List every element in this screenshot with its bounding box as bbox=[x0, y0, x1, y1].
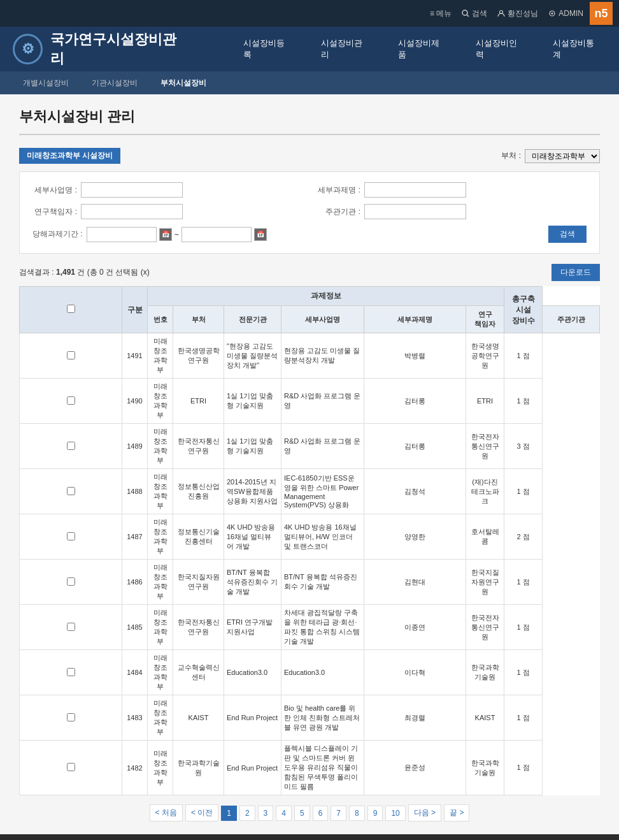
row-count: 1 점 bbox=[504, 333, 543, 379]
row-researcher: 양영한 bbox=[364, 514, 466, 560]
page-9[interactable]: 9 bbox=[367, 806, 383, 821]
page-6[interactable]: 6 bbox=[313, 806, 329, 821]
sub-task-input[interactable] bbox=[364, 182, 466, 198]
table-row: 1488 미래창조과학부 정보통신산업진흥원 2014-2015년 지역SW융합… bbox=[20, 469, 600, 514]
row-checkbox[interactable] bbox=[20, 741, 122, 795]
row-checkbox[interactable] bbox=[20, 424, 122, 469]
page-prev[interactable]: < 이전 bbox=[185, 804, 218, 822]
search-button[interactable]: 검색 bbox=[548, 226, 587, 243]
row-checkbox[interactable] bbox=[20, 695, 122, 741]
sub-task-field: 세부과제명 : bbox=[316, 182, 587, 198]
row-org: 한국지질자원연구원 bbox=[173, 560, 224, 605]
site-title: 국가연구시설장비관리 bbox=[50, 30, 187, 68]
row-checkbox[interactable] bbox=[20, 605, 122, 650]
row-checkbox[interactable] bbox=[20, 560, 122, 605]
row-org: 한국전자통신연구원 bbox=[173, 424, 224, 469]
row-researcher: 김현대 bbox=[364, 560, 466, 605]
section-header: 미래창조과학부 시설장비 부처 : 미래창조과학부 bbox=[19, 148, 600, 164]
row-id: 1482 bbox=[122, 741, 148, 795]
row-checkbox[interactable] bbox=[20, 650, 122, 695]
row-dept: 미래창조과학부 bbox=[148, 605, 173, 650]
page-last[interactable]: 끝 > bbox=[444, 804, 469, 822]
row-inst: 한국전자통신연구원 bbox=[466, 424, 504, 469]
result-label: 검색결과 : bbox=[19, 268, 56, 277]
nav-equipment-person[interactable]: 시설장비인력 bbox=[471, 35, 529, 63]
row-researcher: 김터롱 bbox=[364, 424, 466, 469]
user-info: 황진성님 bbox=[497, 8, 538, 19]
page-10[interactable]: 10 bbox=[385, 806, 405, 821]
page-2[interactable]: 2 bbox=[239, 806, 255, 821]
main-nav: 시설장비등록 시설장비관리 시설장비제품 시설장비인력 시설장비통계 bbox=[238, 35, 606, 63]
row-org: 교수혁술력신센터 bbox=[173, 650, 224, 695]
page-first[interactable]: < 처음 bbox=[150, 804, 183, 822]
pagination: < 처음 < 이전 1 2 3 4 5 6 7 8 9 10 다음 > 끝 > bbox=[19, 804, 600, 822]
sub-task-label: 세부과제명 : bbox=[316, 185, 360, 196]
page-4[interactable]: 4 bbox=[276, 806, 292, 821]
row-id: 1491 bbox=[122, 333, 148, 379]
row-subproj: 4K UHD 방송용 16채널 멀티뷰어 개발 bbox=[224, 514, 281, 560]
researcher-input[interactable] bbox=[81, 204, 183, 219]
date-end-icon[interactable]: 📅 bbox=[254, 228, 267, 241]
menu-button[interactable]: ≡ 메뉴 bbox=[430, 8, 452, 19]
row-subtask: IEC-61850기반 ESS운영을 위한 스마트 Power Manageme… bbox=[281, 469, 364, 514]
top-bar-items: ≡ 메뉴 검색 황진성님 ADMIN bbox=[430, 8, 583, 19]
dept-selector: 부처 : 미래창조과학부 bbox=[501, 149, 600, 163]
row-subproj: Education3.0 bbox=[224, 650, 281, 695]
nav-equipment-product[interactable]: 시설장비제품 bbox=[393, 35, 452, 63]
row-researcher: 김청석 bbox=[364, 469, 466, 514]
row-inst: 한국생명공학연구원 bbox=[466, 333, 504, 379]
col-id-header: 번호 bbox=[148, 306, 173, 333]
page-7[interactable]: 7 bbox=[331, 806, 346, 821]
table-row: 1489 미래창조과학부 한국전자통신연구원 1실 1기업 맞춤형 기술지원 R… bbox=[20, 424, 600, 469]
search-button[interactable]: 검색 bbox=[462, 8, 487, 19]
nav-equipment-manage[interactable]: 시설장비관리 bbox=[316, 35, 374, 63]
row-subproj: 1실 1기업 맞춤형 기술지원 bbox=[224, 379, 281, 424]
subnav-ministry[interactable]: 부처시설장비 bbox=[150, 74, 217, 92]
institution-input[interactable] bbox=[364, 204, 466, 219]
row-id: 1488 bbox=[122, 469, 148, 514]
row-org: 한국전자통신연구원 bbox=[173, 605, 224, 650]
result-suffix: 건 (총 bbox=[77, 268, 99, 277]
date-start-input[interactable] bbox=[87, 227, 157, 242]
row-dept: 미래창조과학부 bbox=[148, 424, 173, 469]
sub-project-field: 세부사업명 : bbox=[32, 182, 303, 198]
col-subtask-header: 세부과제명 bbox=[364, 306, 466, 333]
clear-selection[interactable]: (x) bbox=[141, 268, 150, 277]
row-org: ETRI bbox=[173, 379, 224, 424]
select-all-checkbox[interactable] bbox=[67, 305, 75, 313]
svg-point-0 bbox=[462, 10, 467, 15]
row-subtask: 4K UHD 방송용 16채널 멀티뷰어, H/W 인코더 및 트랜스코더 bbox=[281, 514, 364, 560]
page-8[interactable]: 8 bbox=[349, 806, 365, 821]
row-id: 1489 bbox=[122, 424, 148, 469]
nav-equipment-stats[interactable]: 시설장비통계 bbox=[548, 35, 606, 63]
date-start-icon[interactable]: 📅 bbox=[159, 228, 172, 241]
page-next[interactable]: 다음 > bbox=[408, 804, 441, 822]
col-checkbox-header bbox=[20, 287, 122, 333]
row-count: 1 점 bbox=[504, 560, 543, 605]
row-checkbox[interactable] bbox=[20, 514, 122, 560]
sub-project-input[interactable] bbox=[81, 182, 183, 198]
admin-button[interactable]: ADMIN bbox=[548, 9, 583, 18]
row-subtask: R&D 사업화 프로그램 운영 bbox=[281, 424, 364, 469]
page-5[interactable]: 5 bbox=[294, 806, 310, 821]
date-end-input[interactable] bbox=[181, 227, 252, 242]
page-1[interactable]: 1 bbox=[221, 806, 237, 821]
download-button[interactable]: 다운로드 bbox=[551, 264, 600, 281]
row-id: 1483 bbox=[122, 695, 148, 741]
dept-select[interactable]: 미래창조과학부 bbox=[525, 149, 600, 163]
table-row: 1484 미래창조과학부 교수혁술력신센터 Education3.0 Educa… bbox=[20, 650, 600, 695]
subnav-individual[interactable]: 개별시설장비 bbox=[13, 74, 79, 92]
section-tag: 미래창조과학부 시설장비 bbox=[19, 148, 120, 164]
page-3[interactable]: 3 bbox=[258, 806, 274, 821]
researcher-label: 연구책임자 : bbox=[32, 206, 77, 217]
header-logo: ⚙ 국가연구시설장비관리 bbox=[13, 30, 187, 68]
row-checkbox[interactable] bbox=[20, 469, 122, 514]
result-info: 검색결과 : 1,491 건 (총 0 건 선택됨 (x) 다운로드 bbox=[19, 264, 600, 281]
table-row: 1490 미래창조과학부 ETRI 1실 1기업 맞춤형 기술지원 R&D 사업… bbox=[20, 379, 600, 424]
row-checkbox[interactable] bbox=[20, 333, 122, 379]
subnav-institution[interactable]: 기관시설장비 bbox=[82, 74, 148, 92]
row-checkbox[interactable] bbox=[20, 379, 122, 424]
row-dept: 미래창조과학부 bbox=[148, 560, 173, 605]
dept-label: 부처 : bbox=[501, 150, 521, 161]
nav-equipment-register[interactable]: 시설장비등록 bbox=[238, 35, 297, 63]
